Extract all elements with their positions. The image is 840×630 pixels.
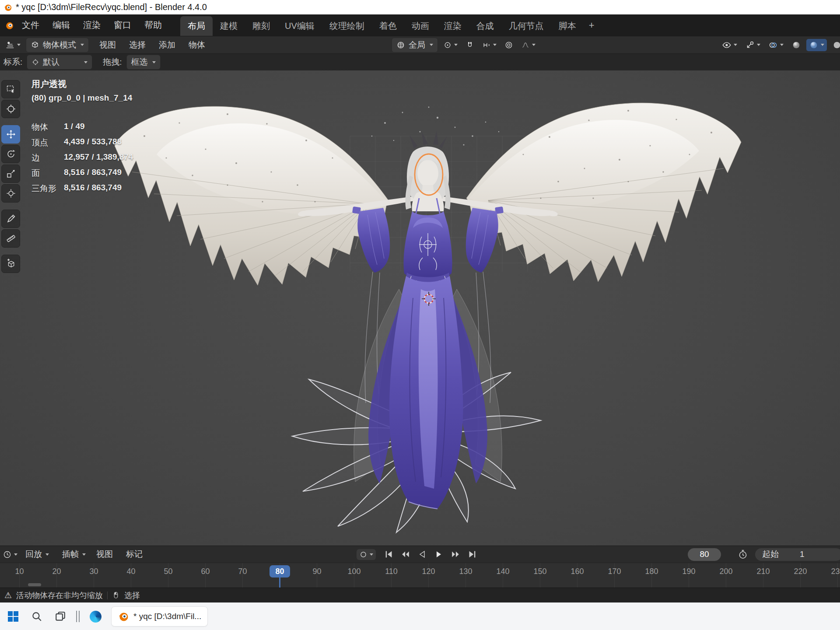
prev-keyframe-button[interactable] <box>399 548 413 560</box>
start-frame-field[interactable]: 起始 1 <box>755 548 840 561</box>
current-frame-field[interactable]: 80 <box>688 548 721 561</box>
timeline-menu-item[interactable]: 回放 <box>20 546 54 562</box>
workspace-tab[interactable]: 纹理绘制 <box>322 16 372 36</box>
next-keyframe-button[interactable] <box>448 548 462 560</box>
workspace-tab[interactable]: UV编辑 <box>277 16 322 36</box>
timeline-editor-type-button[interactable] <box>0 549 20 560</box>
windows-logo-icon <box>8 611 18 622</box>
playhead-frame-badge[interactable]: 80 <box>270 565 290 578</box>
workspace-tabs: 布局建模雕刻UV编辑纹理绘制着色动画渲染合成几何节点脚本 <box>180 14 584 36</box>
workspace-tab[interactable]: 渲染 <box>437 16 469 36</box>
timeline-ruler[interactable]: 1020304050607080901001101201301401501601… <box>0 563 840 588</box>
edge-browser-button[interactable] <box>88 607 103 626</box>
workspace-tab[interactable]: 布局 <box>180 16 213 36</box>
play-button[interactable] <box>432 548 446 560</box>
falloff-button[interactable] <box>518 39 538 51</box>
menu-item[interactable]: 视图 <box>94 37 121 53</box>
tool-shelf <box>1 80 21 273</box>
frame-ticks: 1020304050607080901001101201301401501601… <box>0 563 840 576</box>
timeline-menu-item[interactable]: 标记 <box>121 546 148 562</box>
coord-system-label: 标系: <box>4 56 22 68</box>
view-perspective-label: 用户透视 <box>32 78 133 90</box>
workspace-tab[interactable]: 合成 <box>469 16 501 36</box>
workspace-tab[interactable]: 脚本 <box>551 16 584 36</box>
proportional-editing-toggle[interactable] <box>502 39 516 51</box>
play-reverse-button[interactable] <box>415 548 429 560</box>
transform-orientation-select[interactable]: 全局 <box>392 38 438 52</box>
tool-move[interactable] <box>1 125 20 144</box>
timeline-scrollbar[interactable] <box>28 583 41 586</box>
workspace-tab[interactable]: 几何节点 <box>501 16 551 36</box>
task-view-button[interactable] <box>52 607 68 626</box>
main-menus: 文件编辑渲染窗口帮助 <box>17 17 167 33</box>
pivot-point-button[interactable] <box>441 39 460 51</box>
menu-item[interactable]: 选择 <box>124 37 151 53</box>
start-button[interactable] <box>5 607 21 626</box>
stat-label: 物体 <box>32 122 64 133</box>
menu-item[interactable]: 添加 <box>154 37 181 53</box>
workspace-tab[interactable]: 雕刻 <box>245 16 277 36</box>
shading-solid-button[interactable] <box>789 39 804 51</box>
start-frame-value: 1 <box>800 550 805 559</box>
menu-item[interactable]: 窗口 <box>108 17 136 33</box>
snapping-toggle[interactable] <box>463 39 477 51</box>
wing-right <box>466 103 741 282</box>
topbar: 文件编辑渲染窗口帮助 布局建模雕刻UV编辑纹理绘制着色动画渲染合成几何节点脚本 … <box>0 14 840 36</box>
blender-app-menu-icon[interactable] <box>4 20 15 31</box>
editor-type-button[interactable] <box>3 39 23 51</box>
menu-item[interactable]: 帮助 <box>139 17 167 33</box>
mode-select[interactable]: 物体模式 <box>26 38 89 52</box>
coord-system-select[interactable]: 默认 <box>27 55 92 70</box>
jump-to-start-button[interactable] <box>382 548 396 560</box>
prev-keyframe-icon <box>401 550 410 559</box>
gizmos-button[interactable] <box>742 39 763 51</box>
frame-tick-label: 100 <box>336 567 373 576</box>
jump-to-end-button[interactable] <box>465 548 479 560</box>
frame-tick-label: 140 <box>484 567 522 576</box>
add-workspace-button[interactable]: + <box>584 17 600 34</box>
shading-material-button[interactable] <box>806 39 827 51</box>
shading-rendered-button[interactable] <box>830 39 840 51</box>
stopwatch-icon <box>738 549 748 560</box>
viewport-header: 物体模式 视图选择添加物体 全局 <box>0 36 840 53</box>
global-orientation-icon <box>396 41 405 49</box>
drag-mode-select[interactable]: 框选 <box>126 55 161 70</box>
snap-target-button[interactable] <box>480 39 499 51</box>
overlays-button[interactable] <box>766 39 786 51</box>
menu-item[interactable]: 编辑 <box>47 17 75 33</box>
tool-rotate[interactable] <box>1 145 20 163</box>
viewport-3d[interactable]: 用户透视 (80) grp_0_0 | mesh_7_14 物体 1 / 49 … <box>0 70 840 546</box>
stat-label: 三角形 <box>32 183 64 194</box>
menu-item[interactable]: 物体 <box>183 37 210 53</box>
windows-taskbar: * yqc [D:\3dm\Fil... <box>0 602 840 630</box>
blender-taskbar-app[interactable]: * yqc [D:\3dm\Fil... <box>111 606 208 626</box>
window-titlebar[interactable]: * yqc [D:\3dm\FileRecv\yqc.blend] - Blen… <box>0 0 840 14</box>
menu-item[interactable]: 文件 <box>17 17 45 33</box>
overlays-icon <box>768 40 778 50</box>
search-button[interactable] <box>29 607 45 626</box>
frame-tick-label: 210 <box>745 567 782 576</box>
workspace-tab[interactable]: 建模 <box>213 16 245 36</box>
frame-tick-label: 150 <box>522 567 559 576</box>
tool-measure[interactable] <box>1 229 20 248</box>
visibility-button[interactable] <box>719 39 740 51</box>
jump-end-icon <box>467 550 477 559</box>
sync-button[interactable] <box>357 549 376 560</box>
menu-item[interactable]: 渲染 <box>78 17 106 33</box>
playhead-line[interactable] <box>279 577 280 588</box>
timeline-menu-item[interactable]: 插帧 <box>57 546 91 562</box>
stat-value: 1 / 49 <box>64 122 85 133</box>
drag-label: 拖拽: <box>103 56 122 68</box>
tool-select-box[interactable] <box>1 80 20 98</box>
tool-transform[interactable] <box>1 184 20 203</box>
tool-cursor[interactable] <box>1 100 20 118</box>
tool-add-cube[interactable] <box>1 255 20 273</box>
timeline-menu-item[interactable]: 视图 <box>91 546 118 562</box>
workspace-tab[interactable]: 着色 <box>372 16 404 36</box>
select-hint-text: 选择 <box>124 590 140 601</box>
tool-scale[interactable] <box>1 164 20 183</box>
tool-annotate[interactable] <box>1 210 20 228</box>
stat-label: 面 <box>32 168 64 179</box>
cursor-small-icon <box>32 58 39 66</box>
workspace-tab[interactable]: 动画 <box>404 16 437 36</box>
